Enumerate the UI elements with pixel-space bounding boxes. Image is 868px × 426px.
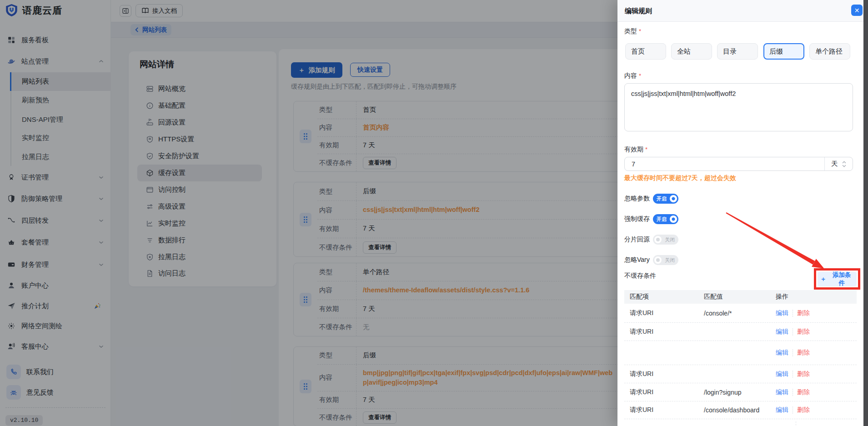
toggle-label: 忽略Vary bbox=[624, 256, 653, 264]
drawer-header: 编辑规则 ✕ bbox=[617, 0, 868, 22]
ttl-warning: 最大缓存时间不要超过7天，超过会失效 bbox=[624, 174, 736, 182]
edit-link[interactable]: 编辑 bbox=[776, 309, 788, 317]
header-match-value: 匹配值 bbox=[704, 293, 776, 301]
toggle-label: 分片回源 bbox=[624, 236, 653, 244]
add-condition-button[interactable]: ＋ 添加条件 bbox=[818, 272, 857, 286]
app-screen: 语鹿云盾 服务看板 站点管理 网站列表 刷新预热 DNS-API管理 实时监控 … bbox=[0, 0, 868, 426]
type-option-directory[interactable]: 目录 bbox=[717, 43, 758, 60]
delete-link[interactable]: 删除 bbox=[797, 388, 810, 396]
edit-link[interactable]: 编辑 bbox=[776, 349, 788, 357]
content-field-label: 内容 bbox=[624, 72, 641, 80]
toggle-label: 忽略参数 bbox=[624, 195, 653, 203]
add-condition-label: 添加条件 bbox=[830, 271, 854, 287]
toggle-label: 强制缓存 bbox=[624, 215, 653, 223]
condition-row: 请求URI 编辑 删除 bbox=[624, 323, 857, 341]
condition-row bbox=[624, 419, 857, 426]
close-drawer-button[interactable]: ✕ bbox=[851, 5, 863, 16]
page-scrollbar[interactable] bbox=[863, 0, 868, 426]
drawer-mask[interactable] bbox=[0, 0, 617, 426]
type-option-single-path[interactable]: 单个路径 bbox=[809, 43, 850, 60]
header-match-item: 匹配项 bbox=[624, 293, 704, 301]
delete-link[interactable]: 删除 bbox=[797, 370, 810, 378]
ignore-vary-toggle[interactable]: 关闭 bbox=[653, 255, 678, 265]
condition-row: 请求URI 编辑 删除 bbox=[624, 365, 857, 383]
force-cache-toggle[interactable]: 开启 bbox=[653, 214, 678, 224]
edit-rule-drawer: 编辑规则 ✕ 类型 首页 全站 目录 后缀 单个路径 内容 css|js|jss… bbox=[617, 0, 868, 426]
toggle-row-ignore-vary: 忽略Vary 关闭 bbox=[624, 255, 678, 265]
ignore-params-toggle[interactable]: 开启 bbox=[653, 194, 678, 204]
type-field-label: 类型 bbox=[624, 27, 641, 35]
plus-icon: ＋ bbox=[820, 275, 827, 283]
delete-link[interactable]: 删除 bbox=[797, 328, 810, 336]
close-icon: ✕ bbox=[854, 7, 860, 14]
stepper-icon[interactable] bbox=[842, 161, 846, 167]
condition-row: 请求URI /console/* 编辑 删除 bbox=[624, 304, 857, 323]
ttl-value[interactable]: 7 bbox=[625, 160, 824, 168]
delete-link[interactable]: 删除 bbox=[797, 406, 810, 414]
type-option-homepage[interactable]: 首页 bbox=[625, 43, 666, 60]
type-option-whole-site[interactable]: 全站 bbox=[671, 43, 712, 60]
slice-origin-toggle[interactable]: 关闭 bbox=[653, 235, 678, 245]
edit-link[interactable]: 编辑 bbox=[776, 328, 788, 336]
no-cache-conditions-label: 不缓存条件 bbox=[624, 272, 656, 280]
header-action: 操作 bbox=[776, 293, 788, 301]
delete-link[interactable]: 删除 bbox=[797, 309, 810, 317]
content-textarea[interactable]: css|js|jss|txt|xml|html|htm|woff|woff2 bbox=[624, 83, 853, 131]
edit-link[interactable]: 编辑 bbox=[776, 388, 788, 396]
edit-link[interactable]: 编辑 bbox=[776, 406, 788, 414]
type-option-suffix-selected[interactable]: 后缀 bbox=[763, 43, 804, 60]
edit-link[interactable]: 编辑 bbox=[776, 370, 788, 378]
ttl-unit-label: 天 bbox=[831, 160, 838, 168]
ttl-input[interactable]: 7 天 bbox=[624, 157, 853, 171]
drawer-title: 编辑规则 bbox=[625, 7, 652, 15]
condition-row: 请求URI /login?signup 编辑 删除 bbox=[624, 383, 857, 401]
ttl-field-label: 有效期 bbox=[624, 145, 647, 154]
toggle-row-force-cache: 强制缓存 开启 bbox=[624, 214, 678, 224]
toggle-row-slice-origin: 分片回源 关闭 bbox=[624, 235, 678, 245]
delete-link[interactable]: 删除 bbox=[797, 349, 810, 357]
conditions-table-header: 匹配项 匹配值 操作 bbox=[624, 290, 857, 304]
condition-row: 请求URI /console/dashboard 编辑 删除 bbox=[624, 401, 857, 419]
condition-row: 编辑 删除 bbox=[624, 341, 857, 365]
toggle-row-ignore-params: 忽略参数 开启 bbox=[624, 194, 678, 204]
